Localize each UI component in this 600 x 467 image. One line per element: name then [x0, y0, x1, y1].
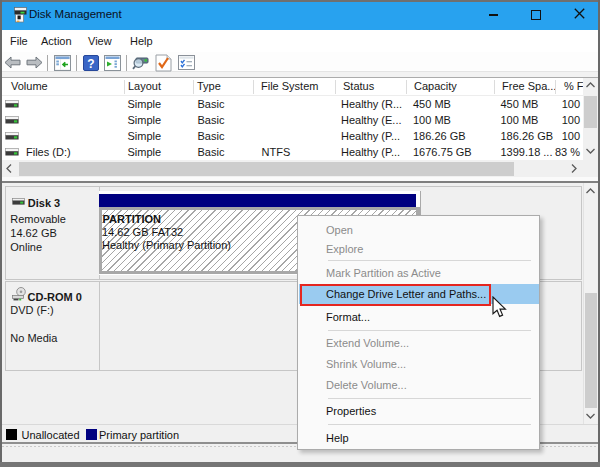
svg-text:?: ?: [87, 57, 94, 71]
